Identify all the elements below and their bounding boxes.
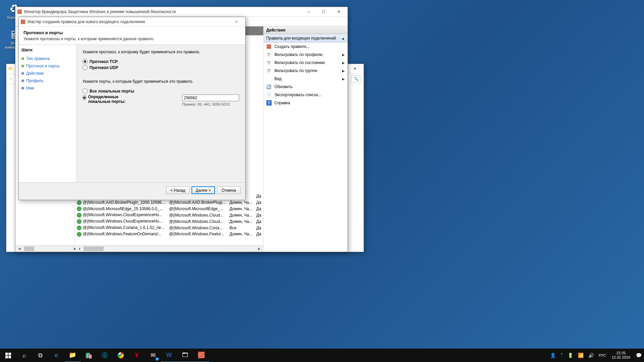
filter-icon: ▽: [266, 60, 272, 65]
step-label: Протокол и порты: [26, 64, 60, 68]
search-icon[interactable]: 🔍: [351, 75, 361, 82]
taskbar-app-skype[interactable]: Ⓢ: [97, 349, 113, 362]
search-button[interactable]: ⌕: [16, 349, 32, 362]
minimize-button[interactable]: ─: [301, 7, 316, 16]
action-item[interactable]: ▽Фильтровать по состоянию▶: [264, 59, 347, 67]
radio-specific-ports[interactable]: Определенные локальные порты: Пример: 80…: [83, 95, 239, 106]
enabled-icon: [77, 219, 82, 224]
wizard-button-row: < Назад Далее > Отмена: [19, 182, 245, 198]
export-icon: 📄: [266, 92, 272, 98]
action-label: Экспортировать список...: [274, 93, 321, 97]
port-prompt: Укажите порты, к которым будет применять…: [83, 79, 239, 84]
new-rule-icon: 🧱: [266, 44, 272, 49]
wizard-step[interactable]: Имя: [21, 84, 73, 92]
radio-indicator: [83, 88, 88, 94]
start-button[interactable]: [0, 349, 16, 362]
horizontal-scrollbar-left[interactable]: ◄ ►: [15, 245, 79, 252]
back-icon[interactable]: ←: [9, 76, 13, 81]
svg-rect-0: [5, 353, 8, 355]
tray-notifications-icon[interactable]: 💬: [634, 349, 644, 362]
wizard-step[interactable]: Протокол и порты: [21, 62, 73, 70]
horizontal-scrollbar[interactable]: ◄ ►: [75, 245, 263, 252]
wizard-step[interactable]: Действие: [21, 70, 73, 77]
radio-label: Протокол UDP: [90, 65, 118, 70]
table-row[interactable]: @{Microsoft.Windows.FeatureOnDemand...@{…: [75, 231, 263, 237]
taskbar: ⌕ ⧉ e 📁 🛍️ Ⓢ Y ✉8 W 🗔 🧱 👤 ˄ 🔋 📶 🔊 РУС 22…: [0, 349, 644, 362]
radio-tcp[interactable]: Протокол TCP: [83, 59, 239, 64]
step-bullet-icon: [21, 87, 24, 89]
action-label: Вид: [274, 76, 282, 81]
window-title: Монитор брандмауэра Защитника Windows в …: [24, 9, 301, 14]
radio-all-ports[interactable]: Все локальные порты: [83, 88, 239, 94]
table-row[interactable]: @{Microsoft.MicrosoftEdge_25.10586.0.0_.…: [75, 206, 263, 212]
task-view-button[interactable]: ⧉: [32, 349, 48, 362]
specific-ports-input[interactable]: [182, 95, 239, 101]
actions-pane-title: Действия: [264, 26, 347, 34]
action-label: Фильтровать по группе: [274, 68, 317, 73]
taskbar-app-mail[interactable]: ✉8: [145, 349, 161, 362]
dialog-title: Мастер создания правила для нового входя…: [28, 19, 229, 24]
help-icon: ?: [266, 100, 272, 106]
action-item[interactable]: 🧱Создать правило...: [264, 43, 347, 51]
step-bullet-icon: [21, 57, 24, 60]
close-button[interactable]: ✕: [331, 7, 346, 16]
table-row[interactable]: @{Microsoft.Windows.CloudExperienceHo...…: [75, 218, 263, 225]
tray-wifi-icon[interactable]: 📶: [576, 349, 586, 362]
close-button[interactable]: ✕: [229, 17, 244, 26]
next-button[interactable]: Далее >: [192, 186, 215, 194]
action-item[interactable]: Вид▶: [264, 75, 347, 83]
radio-indicator: [83, 59, 88, 64]
taskbar-app-word[interactable]: W: [161, 348, 177, 362]
taskbar-app-chrome[interactable]: [113, 349, 129, 362]
action-label: Фильтровать по состоянию: [274, 60, 325, 65]
table-row[interactable]: @{Microsoft.Windows.CloudExperienceHo...…: [75, 212, 263, 218]
tray-overflow-icon[interactable]: ˄: [558, 349, 565, 362]
cancel-button[interactable]: Отмена: [217, 186, 240, 194]
step-label: Имя: [26, 86, 34, 90]
radio-udp[interactable]: Протокол UDP: [83, 65, 239, 70]
action-item[interactable]: 🔄Обновить: [264, 83, 347, 91]
table-row[interactable]: @{Microsoft.AAD.BrokerPlugin_1000.10586.…: [75, 199, 263, 206]
svg-rect-1: [8, 353, 11, 355]
wizard-header: Протокол и порты Укажите протоколы и пор…: [19, 27, 245, 45]
action-item[interactable]: ▽Фильтровать по группе▶: [264, 67, 347, 75]
taskbar-app-firewall[interactable]: 🧱: [193, 348, 209, 362]
tray-battery-icon[interactable]: 🔋: [565, 349, 576, 362]
mail-badge: 8: [155, 357, 159, 361]
chevron-right-icon: ▶: [342, 61, 345, 65]
action-item[interactable]: ?Справка: [264, 99, 347, 107]
back-button[interactable]: < Назад: [166, 186, 190, 194]
taskbar-app-edge[interactable]: e: [48, 349, 64, 362]
taskbar-app-explorer[interactable]: 📁: [64, 348, 80, 362]
action-item[interactable]: 📄Экспортировать список...: [264, 91, 347, 99]
taskbar-app-mmc[interactable]: 🗔: [177, 348, 193, 362]
maximize-button[interactable]: ☐: [316, 7, 331, 16]
titlebar[interactable]: 🧱 Монитор брандмауэра Защитника Windows …: [15, 7, 347, 17]
filter-icon: ▽: [266, 68, 272, 73]
actions-section-header[interactable]: Правила для входящих подключений ▲: [264, 34, 347, 43]
table-row[interactable]: @{Microsoft.Windows.Cortana_1.6.1.52_ne.…: [75, 225, 263, 231]
titlebar[interactable]: 🧱 Мастер создания правила для нового вхо…: [19, 17, 245, 27]
wizard-steps-pane: Шаги: Тип правилаПротокол и портыДействи…: [19, 45, 76, 182]
taskbar-app-yandex[interactable]: Y: [129, 349, 145, 362]
radio-indicator: [83, 95, 86, 100]
enabled-icon: [77, 200, 82, 205]
tray-volume-icon[interactable]: 🔊: [586, 349, 596, 362]
wizard-step[interactable]: Профиль: [21, 77, 73, 84]
tray-language[interactable]: РУС: [596, 349, 608, 362]
action-item[interactable]: ▽Фильтровать по профилю▶: [264, 51, 347, 59]
taskbar-app-store[interactable]: 🛍️: [80, 349, 97, 362]
tray-people-icon[interactable]: 👤: [548, 349, 558, 362]
step-label: Действие: [26, 71, 44, 76]
wizard-step[interactable]: Тип правила: [21, 55, 73, 62]
chevron-right-icon: ▶: [342, 69, 345, 73]
close-button[interactable]: ✕: [347, 64, 362, 73]
radio-indicator: [83, 65, 88, 70]
tray-clock[interactable]: 22:25 12.02.2019: [608, 351, 634, 360]
action-label: Обновить: [274, 84, 292, 89]
enabled-icon: [77, 232, 82, 237]
step-bullet-icon: [21, 79, 24, 82]
collapse-icon[interactable]: ▲: [341, 37, 345, 40]
chevron-right-icon: ▶: [342, 77, 345, 81]
enabled-icon: [77, 226, 82, 230]
